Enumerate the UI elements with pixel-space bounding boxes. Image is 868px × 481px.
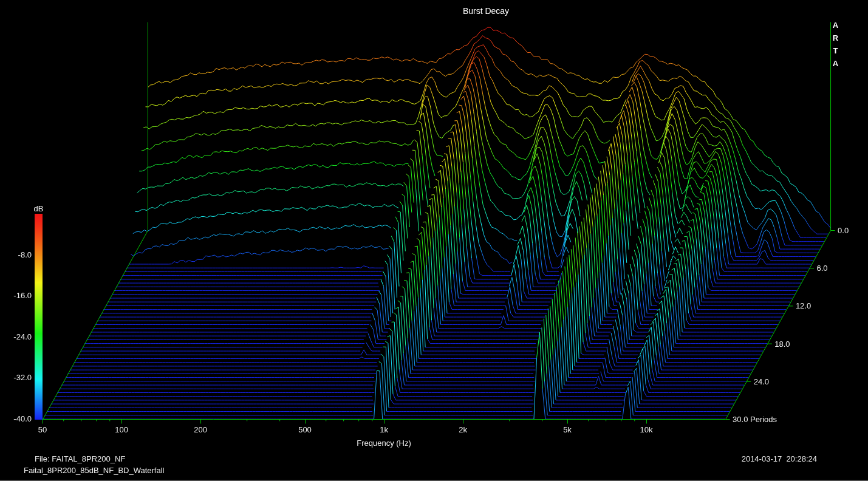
arta-burst-decay-window: Burst Decay ARTA dB Frequency (Hz) File:… [0,0,868,481]
file-name-line-2: Faital_8PR200_85dB_NF_BD_Waterfall [24,466,164,475]
period-tick-label: 30.0 Periods [733,415,777,424]
period-tick-label: 0.0 [838,226,849,235]
file-name-line-1: File: FAITAL_8PR200_NF [35,454,125,463]
db-tick-label: -8.0 [0,250,32,259]
freq-tick-label: 100 [115,425,128,434]
arta-logo: ARTA [831,21,840,72]
period-tick-label: 6.0 [816,264,827,273]
freq-tick-label: 50 [38,425,47,434]
freq-tick-label: 10k [640,425,653,434]
db-tick-label: -40.0 [0,414,32,423]
period-tick-label: 18.0 [774,339,790,349]
db-tick-label: -24.0 [0,332,32,341]
period-tick-label: 12.0 [796,301,811,310]
x-axis-label: Frequency (Hz) [357,438,411,448]
chart-title: Burst Decay [463,6,509,16]
burst-decay-waterfall-canvas [0,0,868,481]
db-tick-label: -32.0 [0,373,32,382]
freq-tick-label: 2k [459,425,467,434]
freq-tick-label: 500 [298,425,312,434]
db-tick-label: -16.0 [0,291,32,300]
timestamp: 2014-03-17 20:28:24 [742,454,817,463]
freq-tick-label: 1k [380,425,388,434]
freq-tick-label: 200 [194,425,207,434]
period-tick-label: 24.0 [754,377,769,386]
db-axis-unit-label: dB [30,204,47,213]
freq-tick-label: 5k [563,425,572,434]
